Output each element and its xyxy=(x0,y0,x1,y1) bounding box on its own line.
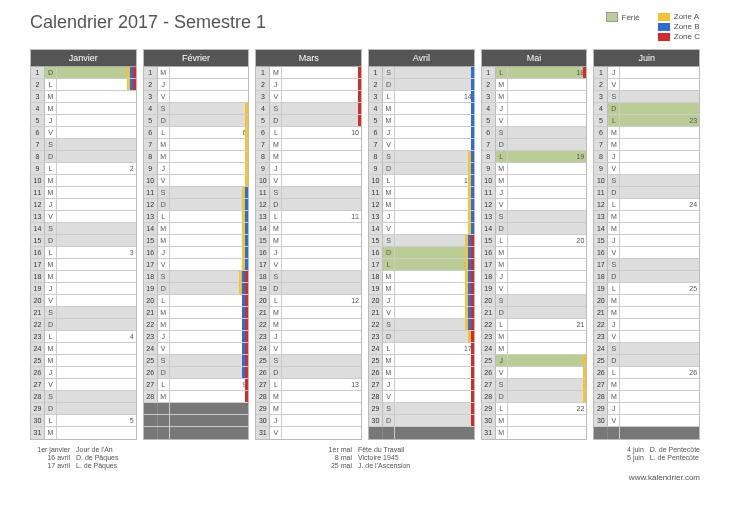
zone-bar-c xyxy=(133,79,136,90)
day-cell xyxy=(57,259,136,270)
zone-b-swatch xyxy=(658,23,670,31)
day-cell xyxy=(508,211,587,222)
day-number: 3 xyxy=(369,91,383,102)
day-of-week: D xyxy=(45,403,57,414)
day-of-week: M xyxy=(270,223,282,234)
month-column: Mars1M2J3V4S5D6L107M8M9J10V11S12D13L1114… xyxy=(255,49,362,440)
day-of-week: L xyxy=(158,127,170,138)
day-row: 11D xyxy=(594,187,699,199)
day-number: 22 xyxy=(31,319,45,330)
day-of-week: V xyxy=(158,175,170,186)
day-of-week: V xyxy=(45,379,57,390)
day-of-week: M xyxy=(383,283,395,294)
zone-bars xyxy=(471,103,474,114)
day-number: 31 xyxy=(256,427,270,439)
day-row: 22M xyxy=(256,319,361,331)
day-of-week: M xyxy=(383,115,395,126)
day-number: 6 xyxy=(31,127,45,138)
day-of-week: D xyxy=(383,415,395,426)
day-number: 5 xyxy=(31,115,45,126)
zone-bar-c xyxy=(358,67,361,78)
day-row: 27S xyxy=(482,379,587,391)
day-row: 16J xyxy=(256,247,361,259)
day-cell xyxy=(620,91,699,102)
day-row: 2M xyxy=(482,79,587,91)
zone-bar-a xyxy=(583,391,586,402)
day-row: 21S xyxy=(31,307,136,319)
day-of-week: J xyxy=(608,403,620,414)
day-number: 8 xyxy=(482,151,496,162)
day-of-week: M xyxy=(608,223,620,234)
day-row: 25S xyxy=(144,355,249,367)
day-row: 7S xyxy=(31,139,136,151)
day-number: 7 xyxy=(482,139,496,150)
zone-bar-c xyxy=(133,67,136,78)
month-header: Mars xyxy=(256,50,361,67)
zone-bar-c xyxy=(245,331,248,342)
note-text: D. de Pentecôte xyxy=(650,446,700,453)
day-number: 15 xyxy=(594,235,608,246)
day-number: 3 xyxy=(256,91,270,102)
day-row: 23L4 xyxy=(31,331,136,343)
zone-bars xyxy=(468,175,474,186)
day-number: 29 xyxy=(482,403,496,414)
zone-bars xyxy=(358,115,361,126)
day-of-week: M xyxy=(608,139,620,150)
day-row: 29D xyxy=(31,403,136,415)
zone-bars xyxy=(471,379,474,390)
day-cell xyxy=(170,343,249,354)
zone-a-swatch xyxy=(658,13,670,21)
day-cell xyxy=(170,331,249,342)
day-row: 19V xyxy=(482,283,587,295)
zone-bars xyxy=(358,103,361,114)
day-cell xyxy=(620,223,699,234)
day-cell xyxy=(57,211,136,222)
day-number: 11 xyxy=(144,187,158,198)
zone-bar-b xyxy=(471,139,474,150)
day-of-week: M xyxy=(383,355,395,366)
day-number: 23 xyxy=(256,331,270,342)
zone-bar-b xyxy=(471,103,474,114)
day-of-week: L xyxy=(608,283,620,294)
day-cell xyxy=(282,115,361,126)
day-row: 17M xyxy=(31,259,136,271)
day-row: 5V xyxy=(482,115,587,127)
day-row: 18D xyxy=(594,271,699,283)
day-row: 17L16 xyxy=(369,259,474,271)
zone-bar-b xyxy=(245,247,248,258)
day-cell xyxy=(508,199,587,210)
day-row: 21D xyxy=(482,307,587,319)
day-cell xyxy=(395,403,474,414)
zone-bars xyxy=(471,67,474,78)
day-row: 9D xyxy=(369,163,474,175)
day-cell xyxy=(57,283,136,294)
day-number: 19 xyxy=(369,283,383,294)
day-number: 9 xyxy=(594,163,608,174)
day-of-week: L xyxy=(158,211,170,222)
day-of-week: M xyxy=(383,103,395,114)
zone-bars xyxy=(471,343,474,354)
day-cell xyxy=(57,187,136,198)
day-number: 28 xyxy=(594,391,608,402)
zone-bar-b xyxy=(245,187,248,198)
day-row: 17S xyxy=(594,259,699,271)
day-cell xyxy=(395,331,474,342)
day-number: 4 xyxy=(144,103,158,114)
day-cell xyxy=(170,115,249,126)
day-row: 3L14 xyxy=(369,91,474,103)
day-row: 2D xyxy=(369,79,474,91)
day-of-week: M xyxy=(158,67,170,78)
day-cell xyxy=(282,367,361,378)
day-cell xyxy=(395,211,474,222)
zone-bar-c xyxy=(358,103,361,114)
day-of-week: J xyxy=(496,187,508,198)
day-number: 6 xyxy=(256,127,270,138)
day-of-week: M xyxy=(496,79,508,90)
day-of-week: J xyxy=(45,199,57,210)
day-row: 30L5 xyxy=(31,415,136,427)
day-of-week: S xyxy=(158,103,170,114)
day-of-week: J xyxy=(158,331,170,342)
day-row: 20M xyxy=(594,295,699,307)
day-row: 10L15 xyxy=(369,175,474,187)
day-number: 19 xyxy=(256,283,270,294)
